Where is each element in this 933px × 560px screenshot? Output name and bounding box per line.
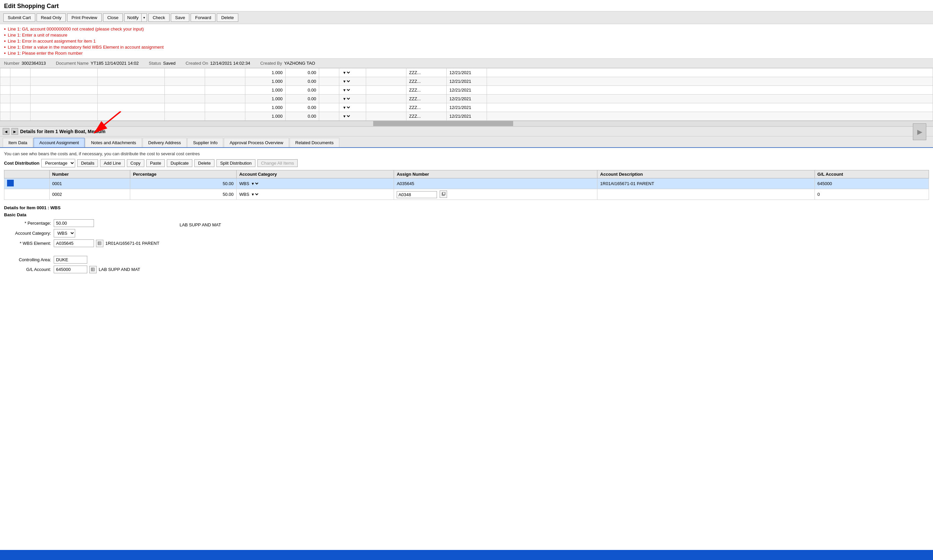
gl-account-input[interactable] [54, 266, 87, 273]
gl-account-row: G/L Account: LAB S [4, 266, 929, 273]
delete-sub-button[interactable]: Delete [194, 159, 214, 167]
right-nav-arrow-button[interactable]: ▶ [913, 123, 926, 140]
account-assignment-content: You can see who bears the costs and, if … [0, 148, 933, 281]
assign-row2-assign-number [394, 189, 597, 200]
controlling-area-label: Controlling Area: [4, 257, 51, 262]
tab-item-data[interactable]: Item Data [3, 138, 33, 147]
horizontal-scrollbar[interactable] [0, 121, 933, 126]
check-button[interactable]: Check [148, 14, 170, 22]
cost-distribution-select[interactable]: Percentage [41, 159, 75, 167]
account-category-row: Account Category: WBS [4, 229, 159, 237]
doc-name: Document Name YT185 12/14/2021 14:02 [56, 61, 139, 66]
item-details-left: Basic Data * Percentage: Account Categor… [4, 212, 159, 249]
gl-account-search-button[interactable] [89, 266, 97, 273]
tab-approval-process[interactable]: Approval Process Overview [224, 138, 289, 147]
doc-name-value: YT185 12/14/2021 14:02 [91, 61, 139, 66]
svg-rect-3 [443, 192, 445, 195]
tab-delivery-address[interactable]: Delivery Address [143, 138, 187, 147]
notify-button-split[interactable]: Notify ▾ [124, 14, 147, 22]
assign-row-2[interactable]: 0002 50.00 WBS ▾ [5, 189, 929, 200]
assign-row2-assign-input[interactable] [397, 191, 437, 198]
col-header-assign-number: Assign Number [394, 170, 597, 178]
wbs-element-input[interactable] [54, 239, 94, 247]
copy-icon [441, 192, 446, 196]
read-only-button[interactable]: Read Only [37, 14, 66, 22]
wbs-element-label: * WBS Element: [4, 241, 51, 246]
col-header-account-category: Account Category [236, 170, 394, 178]
change-all-items-button[interactable]: Change All Items [258, 159, 298, 167]
main-table-area: 1.000 0.00 ▾ ZZZ... 12/21/2021 1.000 0.0… [0, 68, 933, 121]
row6-dropdown[interactable]: ▾ [342, 113, 351, 119]
percentage-input[interactable] [54, 219, 94, 227]
account-category-select[interactable]: WBS [54, 229, 75, 237]
save-button[interactable]: Save [171, 14, 190, 22]
submit-cart-button[interactable]: Submit Cart [3, 14, 35, 22]
tab-supplier-info[interactable]: Supplier Info [187, 138, 223, 147]
doc-name-label: Document Name [56, 61, 89, 66]
assign-row1-category-select[interactable]: ▾ [250, 181, 259, 186]
error-line-3: ▪ Line 1: Error in account assignment fo… [4, 38, 929, 44]
table-row[interactable]: 1.000 0.00 ▾ ZZZ... 12/21/2021 [0, 95, 933, 103]
tab-notes-attachments[interactable]: Notes and Attachments [85, 138, 142, 147]
paste-button[interactable]: Paste [147, 159, 165, 167]
error-line-1: ▪ Line 1: G/L account 0000000000 not cre… [4, 26, 929, 32]
error-icon-5: ▪ [4, 50, 6, 56]
row3-dropdown[interactable]: ▾ [342, 87, 351, 93]
details-prev-button[interactable]: ◀ [3, 128, 9, 135]
doc-number: Number 3002364313 [4, 61, 46, 66]
add-line-button[interactable]: Add Line [100, 159, 125, 167]
details-next-button[interactable]: ▶ [11, 128, 18, 135]
error-line-2: ▪ Line 1: Enter a unit of measure [4, 32, 929, 38]
search-icon [98, 242, 102, 245]
table-row[interactable]: 1.000 0.00 ▾ ZZZ... 12/21/2021 [0, 112, 933, 121]
error-area: ▪ Line 1: G/L account 0000000000 not cre… [0, 24, 933, 58]
percentage-label: * Percentage: [4, 221, 51, 226]
svg-rect-5 [98, 242, 101, 245]
item-details-sub-title: Details for Item 0001 : WBS [4, 205, 929, 210]
assign-row2-copy-icon-button[interactable] [440, 191, 447, 198]
tab-related-documents[interactable]: Related Documents [290, 138, 339, 147]
split-distribution-button[interactable]: Split Distribution [216, 159, 255, 167]
main-table: 1.000 0.00 ▾ ZZZ... 12/21/2021 1.000 0.0… [0, 68, 933, 121]
created-by-value: YAZHONG TAO [284, 61, 315, 66]
print-preview-button[interactable]: Print Preview [67, 14, 102, 22]
number-label: Number [4, 61, 20, 66]
controlling-area-input[interactable] [54, 256, 87, 263]
svg-line-1 [94, 111, 121, 133]
table-row[interactable]: 1.000 0.00 ▾ ZZZ... 12/21/2021 [0, 86, 933, 95]
table-row[interactable]: 1.000 0.00 ▾ ZZZ... 12/21/2021 [0, 68, 933, 77]
account-category-label: Account Category: [4, 231, 51, 236]
col-header-number: Number [49, 170, 130, 178]
notify-dropdown-arrow[interactable]: ▾ [141, 14, 147, 22]
wbs-element-field: 1R01AI165671-01 PARENT [54, 239, 159, 247]
forward-button[interactable]: Forward [191, 14, 216, 22]
item-details-form: Basic Data * Percentage: Account Categor… [4, 212, 929, 249]
number-value: 3002364313 [22, 61, 46, 66]
close-button[interactable]: Close [103, 14, 123, 22]
assign-row2-category: WBS ▾ [236, 189, 394, 200]
col-header-color [5, 170, 50, 178]
scroll-thumb[interactable] [373, 121, 513, 126]
assign-row2-category-select[interactable]: ▾ [250, 191, 259, 197]
delete-button[interactable]: Delete [217, 14, 238, 22]
row1-dropdown[interactable]: ▾ [342, 70, 351, 75]
col-header-gl-account: G/L Account [814, 170, 928, 178]
wbs-element-search-button[interactable] [96, 240, 103, 247]
assign-row-1[interactable]: 0001 50.00 WBS ▾ A035645 1R01AI165671-01… [5, 178, 929, 189]
status-label: Status [149, 61, 161, 66]
notify-button[interactable]: Notify [124, 14, 141, 22]
table-row[interactable]: 1.000 0.00 ▾ ZZZ... 12/21/2021 [0, 103, 933, 112]
row2-dropdown[interactable]: ▾ [342, 78, 351, 84]
table-row[interactable]: 1.000 0.00 ▾ ZZZ... 12/21/2021 [0, 77, 933, 86]
tab-account-assignment[interactable]: Account Assignment [34, 138, 85, 148]
gl-account-desc: LAB SUPP AND MAT [99, 267, 140, 272]
duplicate-button[interactable]: Duplicate [167, 159, 192, 167]
error-text-4: Line 1: Enter a value in the mandatory f… [8, 45, 164, 50]
copy-button[interactable]: Copy [127, 159, 144, 167]
percentage-row: * Percentage: [4, 219, 159, 227]
row5-dropdown[interactable]: ▾ [342, 105, 351, 110]
details-sub-button[interactable]: Details [77, 159, 98, 167]
bottom-bar [0, 550, 933, 560]
wbs-element-row: * WBS Element: [4, 239, 159, 247]
row4-dropdown[interactable]: ▾ [342, 96, 351, 102]
